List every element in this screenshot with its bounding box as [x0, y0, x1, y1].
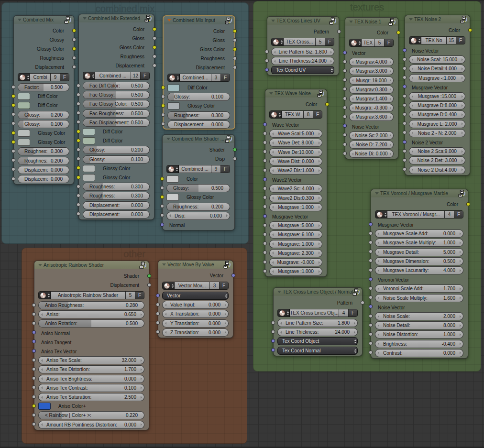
decrement-arrow-icon[interactable] [41, 313, 43, 316]
number-field[interactable]: Musgrave :5.000 [269, 221, 322, 229]
increment-arrow-icon[interactable] [225, 304, 226, 306]
socket-input-gray[interactable] [265, 50, 269, 54]
socket-input-yellow[interactable] [11, 94, 15, 98]
fake-user-button[interactable]: F [141, 72, 149, 79]
group-name-field[interactable]: Vector Mov... [175, 282, 210, 289]
fake-user-button[interactable]: F [454, 211, 463, 218]
dropdown-field[interactable]: Tex Coord Object [277, 337, 358, 345]
socket-output-purple[interactable] [231, 273, 235, 277]
socket-input-gray[interactable] [77, 212, 80, 216]
node-group-selector[interactable]: TEX W8F [269, 110, 322, 119]
group-name-field[interactable]: Combined ... [95, 72, 131, 79]
node-tex-cross-lines-uv[interactable]: TEX Cross Lines UV Pattern TEX Cross...5… [267, 16, 339, 76]
increment-arrow-icon[interactable] [460, 351, 461, 354]
slider-field[interactable]: Fac Diff Color:0.500 [83, 82, 150, 90]
socket-input-yellow[interactable] [77, 175, 80, 179]
material-sphere-icon[interactable] [272, 38, 284, 45]
socket-input-purple[interactable] [403, 48, 407, 52]
number-field[interactable]: Line Pattern Size:1.800 [277, 319, 358, 327]
group-name-field[interactable]: TEX Cross... [284, 38, 316, 45]
group-name-field[interactable]: TEX W [282, 111, 304, 118]
number-field[interactable]: Musgrave :1.000 [269, 267, 322, 275]
group-user-count[interactable]: 4 [445, 211, 454, 218]
socket-output-green[interactable] [147, 274, 151, 278]
socket-input-gray[interactable] [403, 149, 407, 153]
slider-field[interactable]: Roughness:0.300 [83, 192, 150, 200]
number-field[interactable]: Musgrav:3.600 [349, 113, 394, 121]
number-field[interactable]: Musgrave :15.000 [409, 92, 465, 100]
socket-output-yellow[interactable] [153, 27, 156, 31]
increment-arrow-icon[interactable] [141, 313, 142, 316]
slider-field[interactable]: Aniso Roughness:0.280 [38, 301, 144, 309]
slider-field[interactable]: Displacement:0.000 [83, 201, 150, 209]
number-field[interactable]: Musgrave: -0.000 [269, 258, 322, 266]
number-field[interactable]: Musgrave Dimension:0.500 [375, 257, 463, 265]
slider-field[interactable]: Aniso Rotation:0.500 [38, 319, 144, 328]
socket-input-gray[interactable] [32, 413, 36, 417]
number-field[interactable]: Wave2 Dis:0.300 [269, 194, 322, 202]
socket-input-gray[interactable] [77, 148, 80, 152]
socket-input-gray[interactable] [32, 422, 36, 426]
socket-input-gray[interactable] [263, 205, 267, 208]
number-field[interactable]: Musgrave Detail:5.000 [375, 248, 463, 256]
fake-user-button[interactable]: F [385, 39, 393, 46]
socket-input-yellow[interactable] [77, 166, 80, 170]
socket-input-gray[interactable] [156, 321, 160, 325]
socket-input-gray[interactable] [156, 330, 160, 334]
socket-input-purple[interactable] [32, 330, 36, 334]
socket-output-gray[interactable] [233, 157, 237, 161]
socket-output-gray[interactable] [233, 38, 237, 42]
socket-input-gray[interactable] [32, 321, 36, 325]
socket-input-gray[interactable] [403, 131, 407, 134]
socket-input-yellow[interactable] [161, 104, 165, 108]
node-tex-noise-1[interactable]: TEX Noise 1 Color TEX5FVectorMusgrav:4.0… [345, 17, 398, 159]
number-field[interactable]: Musgrave Lacunarity:4.000 [375, 266, 463, 274]
material-sphere-icon[interactable] [18, 74, 30, 81]
number-field[interactable]: Noise D: 7.200 [349, 141, 394, 149]
decrement-arrow-icon[interactable] [378, 315, 379, 318]
socket-input-gray[interactable] [77, 120, 80, 124]
number-field[interactable]: Musgrave D:0.400 [409, 110, 465, 119]
socket-input-gray[interactable] [77, 111, 80, 115]
socket-input-purple[interactable] [32, 339, 36, 343]
socket-output-yellow[interactable] [153, 45, 156, 49]
slider-field[interactable]: Roughness:0.300 [167, 111, 230, 120]
socket-input-purple[interactable] [369, 222, 373, 226]
socket-output-green[interactable] [233, 148, 237, 152]
group-user-count[interactable]: 5 [316, 38, 325, 45]
socket-input-purple[interactable] [160, 223, 164, 227]
slider-field[interactable]: Glossy:0.200 [83, 146, 150, 154]
socket-input-purple[interactable] [156, 294, 160, 297]
color-swatch[interactable] [83, 137, 95, 144]
slider-field[interactable]: Fac Glossy Color:0.500 [83, 100, 150, 108]
group-user-count[interactable]: 3 [210, 282, 220, 289]
socket-input-yellow[interactable] [161, 86, 165, 89]
socket-input-gray[interactable] [263, 241, 267, 245]
node-group-selector[interactable]: TEX Cross...5F [271, 38, 334, 46]
fake-user-button[interactable]: F [456, 37, 465, 44]
socket-input-gray[interactable] [263, 196, 267, 199]
socket-input-gray[interactable] [263, 186, 267, 190]
increment-arrow-icon[interactable] [460, 232, 461, 235]
decrement-arrow-icon[interactable] [378, 342, 379, 345]
fake-user-button[interactable]: F [325, 38, 334, 45]
number-field[interactable]: Noise Detail:8.000 [375, 321, 463, 329]
socket-output-gray[interactable] [153, 55, 156, 58]
socket-input-gray[interactable] [156, 303, 160, 306]
number-field[interactable]: Line Thickness:24.000 [277, 328, 358, 336]
material-sphere-icon[interactable] [278, 309, 290, 317]
collapse-triangle-icon[interactable] [167, 19, 171, 22]
decrement-arrow-icon[interactable] [41, 359, 43, 362]
number-field[interactable]: Musgrav:3.000 [349, 67, 394, 75]
increment-arrow-icon[interactable] [226, 214, 228, 217]
group-name-field[interactable]: Combined... [180, 74, 211, 81]
collapse-triangle-icon[interactable] [277, 291, 281, 293]
material-sphere-icon[interactable] [163, 282, 175, 289]
socket-input-yellow[interactable] [11, 103, 15, 107]
number-field[interactable]: Wave2 Dis:1.000 [269, 166, 322, 175]
number-field[interactable]: Noise 2 Dist:4.000 [409, 166, 465, 174]
decrement-arrow-icon[interactable] [280, 331, 282, 334]
socket-input-gray[interactable] [369, 295, 373, 299]
group-user-count[interactable]: 4 [339, 309, 349, 317]
socket-input-purple[interactable] [403, 140, 407, 144]
